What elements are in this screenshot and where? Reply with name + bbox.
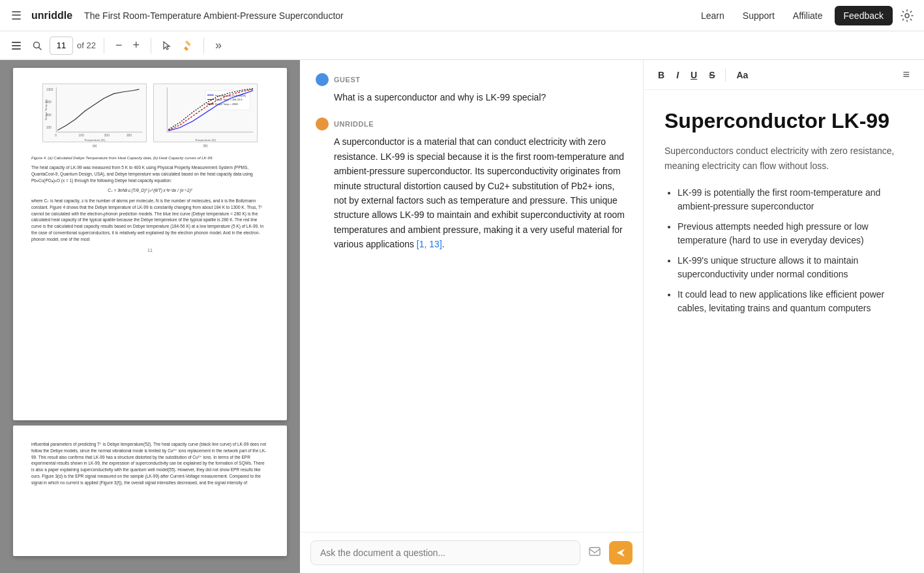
pdf-page2-body: influential parameters of predicting Tᶜ … xyxy=(31,441,269,486)
support-link[interactable]: Support xyxy=(736,7,781,25)
svg-rect-2 xyxy=(12,45,21,46)
toolbar-divider-2 xyxy=(151,38,151,54)
notes-title: Superconductor LK-99 xyxy=(664,108,903,133)
main-content: 1300 800 400 100 0 100 200 300 xyxy=(0,60,924,573)
brand-text: unriddle xyxy=(31,10,72,22)
settings-icon[interactable] xyxy=(898,7,916,25)
cursor-tool-button[interactable] xyxy=(159,37,175,54)
chat-panel: GUEST What is a superconductor and why i… xyxy=(300,60,644,573)
learn-link[interactable]: Learn xyxy=(694,7,731,25)
svg-text:1300: 1300 xyxy=(46,88,53,91)
svg-text:Temperature (K): Temperature (K) xyxy=(84,138,105,142)
pdf-page1-body: The heat capacity of LK-99 was measured … xyxy=(31,164,269,242)
figure-caption: Figure 4. (a) Calculated Debye Temperatu… xyxy=(31,155,269,161)
guest-header: GUEST xyxy=(316,73,627,86)
bold-button[interactable]: B xyxy=(654,67,668,83)
navbar: ☰ unriddle The First Room-Temperature Am… xyxy=(0,0,924,31)
search-button[interactable] xyxy=(29,37,46,54)
page-number-11: 11 xyxy=(31,247,269,254)
notes-content: Superconductor LK-99 Superconductors con… xyxy=(644,90,924,573)
notes-menu-button[interactable]: ≡ xyxy=(899,67,914,83)
notes-intro: Superconductors conduct electricity with… xyxy=(664,144,903,173)
hamburger-menu-button[interactable]: ☰ xyxy=(8,5,25,26)
chat-message-unriddle: UNRIDDLE A superconductor is a material … xyxy=(316,117,627,251)
more-tools-button[interactable]: » xyxy=(212,35,225,55)
highlight-tool-button[interactable] xyxy=(179,37,196,54)
note-item-4: It could lead to new applications like e… xyxy=(678,288,903,315)
chat-input-icon[interactable] xyxy=(586,542,604,563)
svg-text:100: 100 xyxy=(79,134,84,137)
chart1-label: (a) xyxy=(93,144,97,149)
page-number-input[interactable]: 11 xyxy=(50,37,73,55)
svg-text:300: 300 xyxy=(127,134,132,137)
svg-rect-6 xyxy=(185,40,191,46)
zoom-out-button[interactable]: − xyxy=(112,35,126,55)
pdf-panel[interactable]: 1300 800 400 100 0 100 200 300 xyxy=(0,60,300,573)
sidebar-toggle-button[interactable] xyxy=(8,37,25,54)
chat-messages: GUEST What is a superconductor and why i… xyxy=(300,60,643,532)
doc-title: The First Room-Temperature Ambient-Press… xyxy=(84,10,344,21)
chart-heat-capacity: Heat Capacity of LK-99(5K) Debye Temp = … xyxy=(153,84,258,142)
pdf-page-11: 1300 800 400 100 0 100 200 300 xyxy=(13,68,287,420)
note-item-1: LK-99 is potentially the first room-temp… xyxy=(678,186,903,213)
send-button[interactable] xyxy=(609,541,633,565)
svg-rect-1 xyxy=(12,42,21,43)
chat-message-guest: GUEST What is a superconductor and why i… xyxy=(316,73,627,104)
unriddle-label: UNRIDDLE xyxy=(334,120,374,128)
svg-text:Debye Temp (K): Debye Temp (K) xyxy=(44,99,48,120)
unriddle-avatar xyxy=(316,117,329,131)
pdf-figures: 1300 800 400 100 0 100 200 300 xyxy=(31,84,269,149)
italic-button[interactable]: I xyxy=(672,67,683,83)
svg-text:200: 200 xyxy=(104,134,110,137)
citation-link[interactable]: [1, 13] xyxy=(417,239,442,249)
chat-input-area xyxy=(300,532,643,573)
svg-rect-7 xyxy=(44,84,145,142)
svg-point-0 xyxy=(905,14,909,18)
svg-text:Temperature (K): Temperature (K) xyxy=(195,138,216,142)
pdf-page-12: influential parameters of predicting Tᶜ … xyxy=(13,426,287,556)
toolbar: 11 of 22 − + » xyxy=(0,31,924,60)
chat-input[interactable] xyxy=(310,540,580,565)
notes-panel: B I U S Aa ≡ Superconductor LK-99 Superc… xyxy=(644,60,924,573)
page-of-label: of 22 xyxy=(77,40,96,50)
navbar-left: ☰ unriddle The First Room-Temperature Am… xyxy=(8,5,344,26)
chart2-label: (b) xyxy=(203,144,208,149)
notes-toolbar: B I U S Aa ≡ xyxy=(644,60,924,90)
svg-text:100: 100 xyxy=(46,126,52,129)
notes-list: LK-99 is potentially the first room-temp… xyxy=(664,186,903,315)
note-item-2: Previous attempts needed high pressure o… xyxy=(678,220,903,247)
font-size-button[interactable]: Aa xyxy=(732,67,752,83)
svg-rect-3 xyxy=(12,48,21,50)
unriddle-message-text: A superconductor is a material that can … xyxy=(316,134,627,251)
toolbar-left: 11 of 22 − + » xyxy=(8,35,225,55)
strikethrough-button[interactable]: S xyxy=(705,67,719,83)
chart-debye-temp: 1300 800 400 100 0 100 200 300 xyxy=(42,84,147,142)
navbar-right: Learn Support Affiliate Feedback xyxy=(694,6,916,25)
note-item-3: LK-99's unique structure allows it to ma… xyxy=(678,254,903,281)
svg-text:Debye Temp = 184-56 K: Debye Temp = 184-56 K xyxy=(215,98,243,101)
guest-message-text: What is a superconductor and why is LK-9… xyxy=(316,90,627,104)
toolbar-divider-3 xyxy=(203,38,204,54)
notes-toolbar-divider xyxy=(725,69,726,82)
affiliate-link[interactable]: Affiliate xyxy=(786,7,829,25)
underline-button[interactable]: U xyxy=(687,67,701,83)
unriddle-header: UNRIDDLE xyxy=(316,117,627,131)
feedback-button[interactable]: Feedback xyxy=(835,6,893,25)
brand-logo: unriddle xyxy=(31,10,72,22)
toolbar-divider xyxy=(104,38,104,54)
zoom-in-button[interactable]: + xyxy=(129,35,143,55)
guest-avatar xyxy=(316,73,329,86)
guest-label: GUEST xyxy=(334,76,361,84)
svg-text:0: 0 xyxy=(55,134,57,137)
svg-line-5 xyxy=(39,47,42,50)
svg-rect-31 xyxy=(589,548,600,555)
